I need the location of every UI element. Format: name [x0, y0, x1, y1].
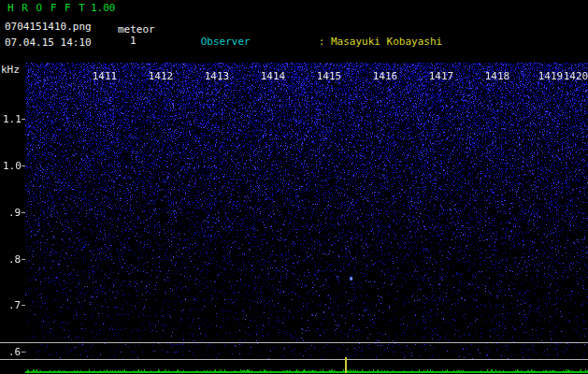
- spectrogram-canvas: [25, 63, 588, 360]
- meter-separator-line-top: [0, 342, 588, 343]
- time-tick-label: 1413: [205, 70, 230, 82]
- output-filename: 0704151410.png: [5, 22, 92, 33]
- meter-separator-line-bottom: [0, 359, 588, 360]
- time-tick-label: 1412: [149, 70, 174, 82]
- freq-tick-mark: [22, 259, 25, 260]
- freq-tick-label: .6: [8, 346, 21, 358]
- signal-meter-canvas: [25, 361, 588, 374]
- mode-label: meteor: [118, 24, 155, 36]
- time-tick-label: 1420: [564, 70, 588, 82]
- freq-tick-label: 1.1: [3, 113, 22, 125]
- app-title: H R O F F T: [7, 3, 86, 14]
- time-tick-label: 1415: [317, 70, 342, 82]
- meteor-count: 1: [130, 36, 136, 47]
- time-tick-label: 1419: [538, 70, 564, 82]
- freq-tick-mark: [22, 119, 25, 120]
- freq-tick-mark: [22, 352, 25, 352]
- freq-tick-label: .7: [8, 299, 21, 311]
- datetime: 07.04.15 14:10: [5, 37, 92, 49]
- time-tick-label: 1416: [373, 70, 398, 82]
- freq-tick-label: .9: [8, 207, 21, 219]
- time-tick-label: 1417: [429, 70, 454, 82]
- freq-unit-label: kHz: [1, 64, 20, 76]
- info-label: Observer: [201, 36, 319, 48]
- info-value: : Masayuki Kobayashi: [319, 36, 442, 48]
- app-version: 1.00: [91, 3, 116, 14]
- freq-tick-label: 1.0: [3, 160, 22, 172]
- hrofft-screen: H R O F F T 1.00 0704151410.png meteor 1…: [0, 0, 588, 374]
- info-row: Observer: Masayuki Kobayashi: [164, 25, 588, 36]
- freq-tick-mark: [22, 305, 25, 306]
- freq-tick-mark: [22, 165, 25, 166]
- meteor-spike: [345, 357, 347, 373]
- freq-tick-label: .8: [8, 253, 21, 266]
- freq-tick-mark: [22, 212, 25, 213]
- time-tick-label: 1411: [93, 70, 118, 82]
- time-tick-label: 1414: [261, 70, 286, 82]
- time-tick-label: 1418: [485, 70, 510, 82]
